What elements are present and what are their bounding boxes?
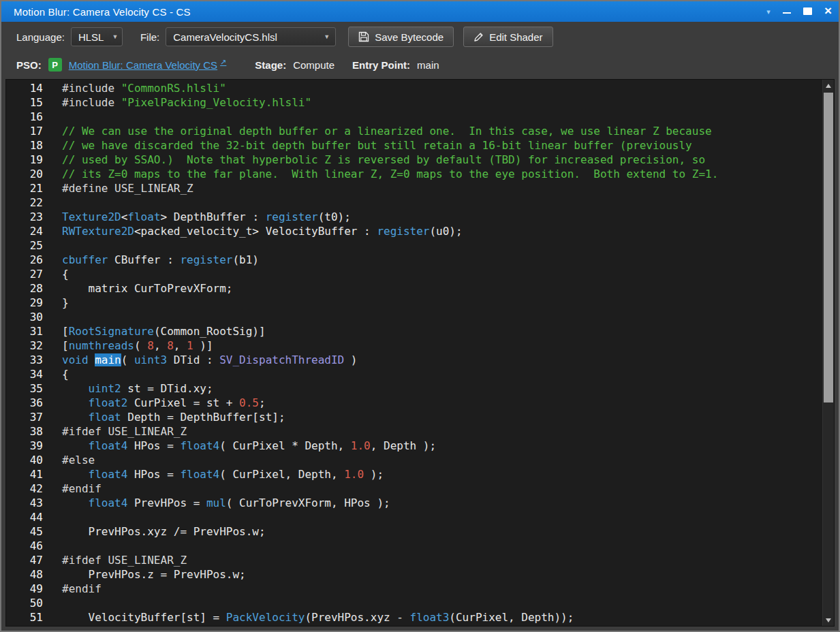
code-line[interactable]: 14#include "CommonRS.hlsli" (6, 81, 822, 95)
code-line[interactable]: 46 (6, 539, 822, 553)
code-text: float Depth = DepthBuffer[st]; (62, 411, 285, 424)
close-button[interactable]: × (824, 5, 832, 18)
save-icon (358, 31, 369, 42)
maximize-button[interactable] (803, 5, 812, 18)
line-number: 52 (6, 625, 43, 626)
arrow-up-icon (826, 84, 831, 88)
line-number: 40 (6, 453, 43, 467)
code-line[interactable]: 42#endif (6, 481, 822, 496)
line-number: 48 (6, 567, 43, 582)
code-line[interactable]: 31[RootSignature(Common_RootSig)] (6, 324, 822, 338)
scroll-up-button[interactable] (823, 80, 834, 91)
save-bytecode-button[interactable]: Save Bytecode (348, 27, 454, 47)
file-dropdown[interactable]: CameraVelocityCS.hlsl ▼ (166, 27, 336, 46)
code-text: #include "CommonRS.hlsli" (62, 82, 226, 95)
code-line[interactable]: 30 (6, 310, 822, 324)
code-line[interactable]: 51 VelocityBuffer[st] = PackVelocity(Pre… (6, 610, 822, 625)
edit-shader-button[interactable]: Edit Shader (463, 27, 553, 47)
minimize-icon (783, 12, 791, 14)
code-line[interactable]: 18// we have discarded the 32-bit depth … (6, 138, 822, 153)
window-controls: ▾ × (766, 5, 832, 18)
code-line[interactable]: 21#define USE_LINEAR_Z (6, 181, 822, 195)
scrollbar-thumb[interactable] (824, 93, 833, 402)
code-line[interactable]: 44 (6, 510, 822, 524)
pso-label: PSO: (16, 59, 42, 71)
scroll-down-button[interactable] (823, 614, 834, 626)
code-line[interactable]: 52} (6, 625, 822, 626)
code-line[interactable]: 40#else (6, 453, 822, 467)
line-number: 23 (6, 210, 43, 224)
entry-point-label: Entry Point: (352, 59, 410, 71)
code-line[interactable]: 50 (6, 596, 822, 610)
pso-link[interactable]: Motion Blur: Camera Velocity CS ↗ (69, 59, 227, 71)
code-line[interactable]: 32[numthreads( 8, 8, 1 )] (6, 338, 822, 353)
code-line[interactable]: 29} (6, 296, 822, 310)
code-line[interactable]: 24RWTexture2D<packed_velocity_t> Velocit… (6, 224, 822, 238)
code-text: // We can use the original depth buffer … (62, 125, 712, 138)
line-number: 47 (6, 553, 43, 567)
line-number: 37 (6, 410, 43, 424)
window-menu-caret-icon[interactable]: ▾ (766, 7, 771, 16)
code-text: cbuffer CBuffer : register(b1) (62, 253, 259, 266)
pencil-icon (473, 32, 484, 42)
code-editor[interactable]: 14#include "CommonRS.hlsli"15#include "P… (6, 80, 822, 626)
code-text: } (62, 625, 69, 626)
external-link-icon: ↗ (220, 58, 226, 67)
code-line[interactable]: 25 (6, 238, 822, 253)
code-text: Texture2D<float> DepthBuffer : register(… (62, 210, 351, 223)
code-line[interactable]: 41 float4 HPos = float4( CurPixel, Depth… (6, 467, 822, 481)
code-line[interactable]: 20// its Z=0 maps to the far plane. With… (6, 167, 822, 181)
line-number: 36 (6, 396, 43, 410)
minimize-button[interactable] (783, 5, 791, 18)
line-number: 32 (6, 338, 43, 353)
code-line[interactable]: 48 PrevHPos.z = PrevHPos.w; (6, 567, 822, 582)
code-line[interactable]: 17// We can use the original depth buffe… (6, 124, 822, 138)
code-line[interactable]: 36 float2 CurPixel = st + 0.5; (6, 396, 822, 410)
line-number: 21 (6, 181, 43, 195)
code-text: matrix CurToPrevXForm; (62, 282, 232, 295)
title-bar[interactable]: Motion Blur: Camera Velocity CS - CS ▾ × (1, 1, 839, 22)
line-number: 16 (6, 110, 43, 124)
code-text: #else (62, 454, 95, 467)
line-number: 14 (6, 81, 43, 95)
line-number: 15 (6, 95, 43, 110)
line-number: 50 (6, 596, 43, 610)
code-line[interactable]: 34{ (6, 367, 822, 381)
chevron-down-icon: ▼ (104, 33, 118, 40)
line-number: 35 (6, 381, 43, 396)
code-line[interactable]: 26cbuffer CBuffer : register(b1) (6, 253, 822, 267)
code-text: #define USE_LINEAR_Z (62, 182, 193, 195)
code-text: #include "PixelPacking_Velocity.hlsli" (62, 96, 311, 109)
code-line[interactable]: 38#ifdef USE_LINEAR_Z (6, 424, 822, 439)
line-number: 24 (6, 224, 43, 238)
vertical-scrollbar[interactable] (822, 80, 834, 626)
line-number: 25 (6, 238, 43, 253)
code-line[interactable]: 15#include "PixelPacking_Velocity.hlsli" (6, 95, 822, 110)
code-line[interactable]: 28 matrix CurToPrevXForm; (6, 281, 822, 296)
code-line[interactable]: 43 float4 PrevHPos = mul( CurToPrevXForm… (6, 496, 822, 510)
code-line[interactable]: 19// used by SSAO.) Note that hyperbolic… (6, 153, 822, 167)
code-text: // we have discarded the 32-bit depth bu… (62, 139, 692, 152)
code-line[interactable]: 33void main( uint3 DTid : SV_DispatchThr… (6, 353, 822, 367)
code-text: PrevHPos.xyz /= PrevHPos.w; (62, 525, 266, 538)
line-number: 31 (6, 324, 43, 338)
code-line[interactable]: 39 float4 HPos = float4( CurPixel * Dept… (6, 439, 822, 453)
line-number: 44 (6, 510, 43, 524)
language-dropdown[interactable]: HLSL ▼ (71, 27, 123, 46)
code-text: { (62, 368, 69, 381)
code-text: float4 HPos = float4( CurPixel, Depth, 1… (62, 468, 384, 481)
code-text: #ifdef USE_LINEAR_Z (62, 425, 187, 438)
code-line[interactable]: 45 PrevHPos.xyz /= PrevHPos.w; (6, 524, 822, 539)
code-line[interactable]: 16 (6, 110, 822, 124)
line-number: 34 (6, 367, 43, 381)
code-line[interactable]: 49#endif (6, 582, 822, 596)
code-line[interactable]: 22 (6, 195, 822, 210)
line-number: 22 (6, 195, 43, 210)
code-line[interactable]: 37 float Depth = DepthBuffer[st]; (6, 410, 822, 424)
code-line[interactable]: 35 uint2 st = DTid.xy; (6, 381, 822, 396)
code-line[interactable]: 27{ (6, 267, 822, 281)
code-line[interactable]: 23Texture2D<float> DepthBuffer : registe… (6, 210, 822, 224)
code-line[interactable]: 47#ifdef USE_LINEAR_Z (6, 553, 822, 567)
line-number: 27 (6, 267, 43, 281)
stage-label: Stage: (255, 59, 286, 71)
